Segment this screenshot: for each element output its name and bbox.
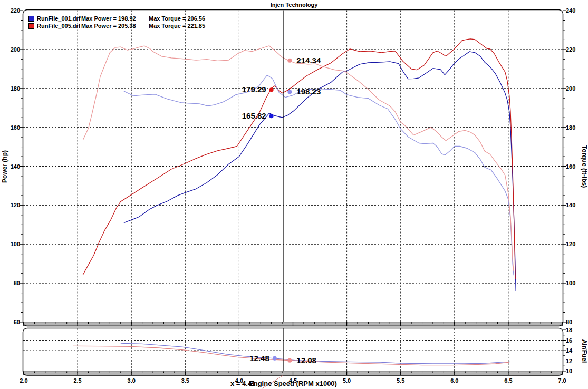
power-tick-label: 120 [11,202,20,208]
rpm-tick-label: 6.5 [504,377,512,384]
marker-dot [273,356,277,361]
legend-max-power: Max Power = 205.38 [81,23,142,29]
torque-axis-title: Torque (ft-lbs) [581,145,588,188]
marker-value-label: 198.23 [296,87,321,96]
power-axis-title: Power (hp) [1,150,8,183]
runfile001-swatch-icon [28,16,34,22]
rpm-tick-label: 2.0 [20,377,27,384]
marker-value-label: 12.48 [249,354,269,363]
rpm-axis-title: Engine Speed (RPM x1000) [249,380,337,387]
power-tick-label: 100 [11,241,20,247]
torque-tick-label: 140 [566,202,575,208]
marker-value-label: 179.29 [242,85,266,94]
power-tick-label: 140 [11,163,20,170]
chart-title: Injen Technology [0,2,588,8]
rpm-tick-label: 5.0 [343,377,351,384]
torque-tick-label: 200 [566,85,575,92]
legend-row-runfile005: RunFile_005.drf Max Power = 205.38 Max T… [28,22,205,30]
power-tick-label: 200 [11,46,20,53]
legend-file-name: RunFile_001.drf [37,15,81,22]
rpm-tick-label: 2.5 [73,377,81,384]
power-tick-label: 160 [11,124,20,131]
marker-dot [269,87,274,92]
rpm-tick-label: 7.0 [558,377,566,384]
power-tick-label: 180 [11,85,20,92]
dyno-app-window: Injen Technology RunFile_001.drf Max Pow… [0,0,588,389]
af-tick-label: 10 [566,368,572,374]
marker-value-label: 12.08 [296,356,316,365]
rpm-tick-label: 6.0 [450,377,458,384]
marker-dot [287,358,292,363]
af-tick-label: 14 [566,347,573,354]
legend: RunFile_001.drf Max Power = 198.92 Max T… [28,15,205,30]
rpm-tick-label: 5.5 [397,377,404,384]
legend-max-torque: Max Torque = 221.85 [149,23,205,29]
af-tick-label: 12 [566,358,572,364]
torque-tick-label: 180 [566,124,575,131]
power-tick-label: 60 [14,319,20,325]
torque-tick-label: 240 [566,7,575,14]
torque-tick-label: 160 [566,163,575,170]
legend-file-name: RunFile_005.drf [37,23,81,29]
dyno-plot: 214.34179.29198.23165.8212.4812.08220200… [0,0,588,389]
torque-tick-label: 220 [566,46,575,53]
legend-max-torque: Max Torque = 206.56 [149,15,205,22]
torque-tick-label: 100 [566,280,575,286]
af-tick-label: 16 [566,337,572,344]
legend-row-runfile001: RunFile_001.drf Max Power = 198.92 Max T… [28,15,205,22]
runfile005-swatch-icon [28,23,34,29]
af-axis-title: Air/Fuel [581,339,588,363]
af-tick-label: 18 [566,327,572,333]
marker-dot [287,90,292,94]
torque-tick-label: 120 [566,241,575,247]
marker-value-label: 165.82 [242,111,266,120]
torque-tick-label: 80 [566,319,572,325]
marker-value-label: 214.34 [296,56,321,65]
power-tick-label: 80 [14,280,20,286]
marker-dot [287,59,292,63]
rpm-tick-label: 3.0 [128,377,136,384]
rpm-tick-label: 3.5 [181,377,189,384]
marker-dot [269,114,274,118]
legend-max-power: Max Power = 198.92 [81,15,142,22]
power-tick-label: 220 [11,7,20,14]
